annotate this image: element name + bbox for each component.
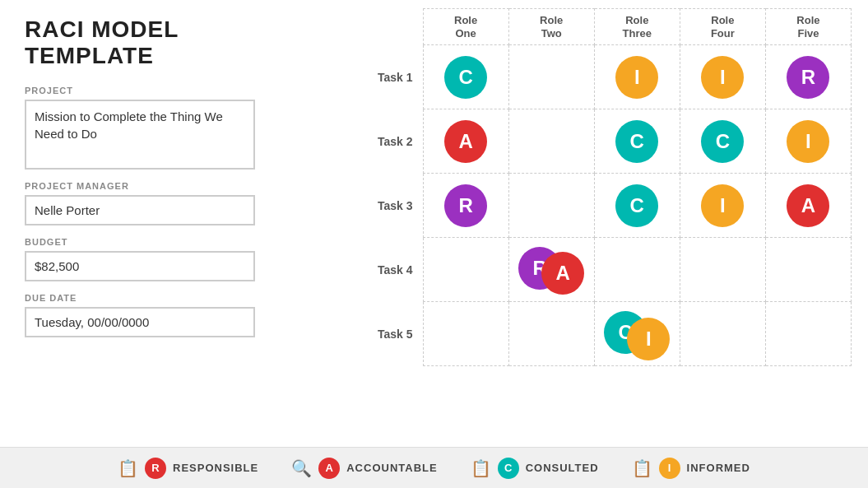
col-header-empty	[337, 9, 423, 45]
task-label: Task 3	[337, 174, 423, 238]
project-label: PROJECT	[25, 86, 296, 95]
task-label: Task 4	[337, 238, 423, 302]
legend-circle-R: R	[145, 458, 166, 479]
cell-t2-r3: C	[594, 109, 680, 174]
legend-footer: 📋 R RESPONSIBLE 🔍 A ACCOUNTABLE 📋 C CONS…	[0, 447, 868, 488]
duedate-label: DUE DATE	[25, 293, 296, 303]
col-header-role5: RoleFive	[765, 9, 851, 45]
legend-circle-I: I	[659, 458, 680, 479]
table-row: Task 2 A C C I	[337, 109, 852, 174]
cell-t3-r3: C	[594, 174, 680, 238]
table-row: Task 5 C I	[337, 302, 852, 366]
raci-table: RoleOne RoleTwo RoleThree RoleFour RoleF…	[337, 8, 852, 366]
cell-t5-r5	[765, 302, 851, 366]
manager-input[interactable]: Nelle Porter	[25, 195, 255, 225]
legend-circle-A: A	[318, 458, 340, 479]
cell-t5-r3: C I	[594, 302, 680, 366]
cell-t4-r5	[765, 238, 851, 302]
badge-I: I	[627, 318, 670, 360]
clipboard3-icon: 📋	[632, 458, 652, 478]
search-icon: 🔍	[291, 458, 312, 478]
badge-C: C	[615, 120, 658, 163]
cell-t1-r2	[508, 45, 594, 109]
badge-C: C	[444, 56, 487, 99]
legend-accountable: 🔍 A ACCOUNTABLE	[291, 458, 437, 479]
badge-I: I	[615, 56, 658, 99]
badge-A: A	[541, 252, 584, 295]
cell-t3-r2	[508, 174, 594, 238]
badge-A: A	[787, 184, 829, 227]
cell-t4-r4	[680, 238, 765, 302]
cell-t5-r2	[508, 302, 594, 366]
clipboard2-icon: 📋	[471, 458, 491, 478]
task-label: Task 1	[337, 45, 423, 109]
cell-t4-r2: R A	[508, 238, 594, 302]
cell-t2-r5: I	[765, 109, 851, 174]
left-panel: RACI MODEL TEMPLATE PROJECT Mission to C…	[0, 0, 321, 488]
cell-t3-r5: A	[765, 174, 851, 238]
col-header-role4: RoleFour	[680, 9, 765, 45]
cell-t3-r4: I	[680, 174, 765, 238]
badge-I: I	[701, 184, 744, 227]
cell-t1-r3: I	[594, 45, 680, 109]
cell-t5-r4	[680, 302, 765, 366]
manager-label: PROJECT MANAGER	[25, 181, 296, 191]
badge-A: A	[444, 120, 487, 163]
cell-t2-r4: C	[680, 109, 765, 174]
cell-t4-r1	[423, 238, 508, 302]
cell-t4-r3	[594, 238, 680, 302]
task-label: Task 2	[337, 109, 423, 174]
legend-label-accountable: ACCOUNTABLE	[346, 462, 437, 474]
clipboard-icon: 📋	[118, 458, 138, 478]
task-label: Task 5	[337, 302, 423, 366]
cell-t5-r1	[423, 302, 508, 366]
duedate-input[interactable]: Tuesday, 00/00/0000	[25, 307, 255, 337]
table-row: Task 4 R A	[337, 238, 852, 302]
cell-t1-r1: C	[423, 45, 508, 109]
badge-R: R	[444, 184, 487, 227]
badge-R: R	[787, 56, 829, 99]
cell-t2-r2	[508, 109, 594, 174]
badge-C: C	[701, 120, 744, 163]
cell-t1-r4: I	[680, 45, 765, 109]
overlap-badges: R A	[518, 244, 584, 293]
page-title: RACI MODEL TEMPLATE	[25, 16, 296, 69]
cell-t2-r1: A	[423, 109, 508, 174]
legend-label-consulted: CONSULTED	[526, 462, 599, 474]
badge-I: I	[787, 120, 829, 163]
legend-label-informed: INFORMED	[687, 462, 750, 474]
budget-label: BUDGET	[25, 237, 296, 247]
col-header-role1: RoleOne	[423, 9, 508, 45]
badge-I: I	[701, 56, 744, 99]
legend-label-responsible: RESPONSIBLE	[173, 462, 258, 474]
cell-t3-r1: R	[423, 174, 508, 238]
overlap-badges-5: C I	[604, 308, 670, 357]
project-input[interactable]: Mission to Complete the Thing We Need to…	[25, 100, 255, 170]
col-header-role3: RoleThree	[594, 9, 680, 45]
raci-grid-panel: RoleOne RoleTwo RoleThree RoleFour RoleF…	[321, 0, 868, 488]
table-row: Task 1 C I I R	[337, 45, 852, 109]
legend-responsible: 📋 R RESPONSIBLE	[118, 458, 258, 479]
legend-consulted: 📋 C CONSULTED	[471, 458, 599, 479]
badge-C: C	[615, 184, 658, 227]
table-row: Task 3 R C I A	[337, 174, 852, 238]
cell-t1-r5: R	[765, 45, 851, 109]
budget-input[interactable]: $82,500	[25, 251, 255, 281]
col-header-role2: RoleTwo	[508, 9, 594, 45]
legend-informed: 📋 I INFORMED	[632, 458, 750, 479]
legend-circle-C: C	[498, 458, 519, 479]
